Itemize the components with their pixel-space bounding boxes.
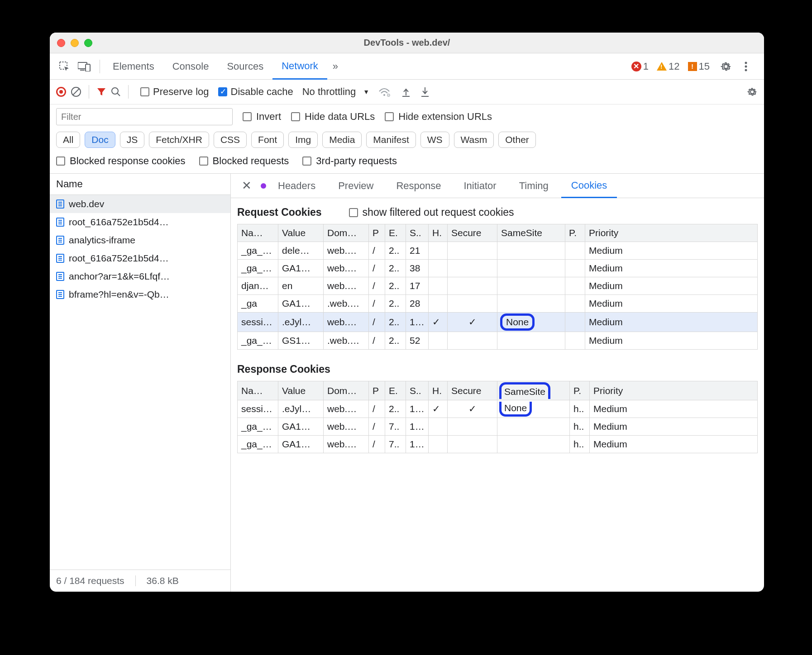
detail-tab-response[interactable]: Response xyxy=(386,174,451,197)
blocked-requests-check[interactable]: Blocked requests xyxy=(199,155,289,167)
cookie-col-header[interactable]: P xyxy=(369,381,385,400)
request-item[interactable]: web.dev xyxy=(50,195,230,213)
cookies-body: Request Cookies show filtered out reques… xyxy=(231,198,764,592)
document-icon xyxy=(56,199,64,209)
devtools-window: DevTools - web.dev/ Elements Console Sou… xyxy=(50,33,764,592)
export-har-icon[interactable] xyxy=(401,86,411,97)
cookie-col-header[interactable]: Na… xyxy=(238,381,278,400)
tab-elements[interactable]: Elements xyxy=(104,54,163,79)
cookie-col-header[interactable]: Dom… xyxy=(324,381,369,400)
hide-extension-urls-check[interactable]: Hide extension URLs xyxy=(385,111,492,123)
cookie-col-header[interactable]: P. xyxy=(570,381,590,400)
tab-network[interactable]: Network xyxy=(272,53,327,80)
transfer-size: 36.8 kB xyxy=(147,575,179,586)
cookie-col-header[interactable]: Priority xyxy=(585,224,758,242)
request-item[interactable]: root_616a752e1b5d4… xyxy=(50,249,230,267)
blocked-cookies-check[interactable]: Blocked response cookies xyxy=(56,155,186,167)
cookie-col-header[interactable]: P. xyxy=(565,224,585,242)
network-settings-icon[interactable] xyxy=(747,86,758,97)
cookie-row[interactable]: _ga_…dele…web.…/2..21Medium xyxy=(238,242,758,260)
detail-tab-timing[interactable]: Timing xyxy=(509,174,559,197)
show-filtered-check[interactable]: show filtered out request cookies xyxy=(349,206,514,218)
tabs-overflow[interactable]: » xyxy=(327,54,344,79)
request-item[interactable]: root_616a752e1b5d4… xyxy=(50,213,230,231)
cookie-col-header[interactable]: Secure xyxy=(448,381,497,400)
cookie-col-header[interactable]: H. xyxy=(429,224,448,242)
type-chip-manifest[interactable]: Manifest xyxy=(366,132,416,148)
close-detail-button[interactable]: ✕ xyxy=(235,179,258,193)
third-party-check[interactable]: 3rd-party requests xyxy=(302,155,397,167)
request-item[interactable]: anchor?ar=1&k=6Lfqf… xyxy=(50,267,230,285)
type-chip-doc[interactable]: Doc xyxy=(85,132,115,148)
type-chip-media[interactable]: Media xyxy=(322,132,362,148)
cookie-row[interactable]: _gaGA1….web.…/2..28Medium xyxy=(238,295,758,313)
cookie-col-header[interactable]: S.. xyxy=(406,381,429,400)
throttling-select[interactable]: No throttling▼ xyxy=(302,86,369,98)
type-chip-img[interactable]: Img xyxy=(288,132,318,148)
svg-text:⚙: ⚙ xyxy=(387,93,390,97)
hide-data-urls-check[interactable]: Hide data URLs xyxy=(291,111,375,123)
request-item[interactable]: bframe?hl=en&v=-Qb… xyxy=(50,285,230,304)
detail-tab-initiator[interactable]: Initiator xyxy=(454,174,506,197)
cookie-col-header[interactable]: E. xyxy=(385,381,406,400)
type-filter-chips: AllDocJSFetch/XHRCSSFontImgMediaManifest… xyxy=(50,129,764,152)
inspect-icon[interactable] xyxy=(56,58,72,75)
invert-check[interactable]: Invert xyxy=(243,111,281,123)
svg-rect-2 xyxy=(80,70,85,71)
device-toggle-icon[interactable] xyxy=(76,58,92,75)
type-chip-all[interactable]: All xyxy=(56,132,80,148)
import-har-icon[interactable] xyxy=(420,86,430,97)
issue-count[interactable]: !15 xyxy=(688,61,710,72)
disable-cache-check[interactable]: Disable cache xyxy=(218,86,293,98)
cookie-row[interactable]: _ga_…GA1…web.…/7..1…h..Medium xyxy=(238,418,758,436)
cookie-col-header[interactable]: Value xyxy=(278,224,324,242)
type-chip-fetch-xhr[interactable]: Fetch/XHR xyxy=(149,132,209,148)
detail-tab-cookies[interactable]: Cookies xyxy=(561,174,617,198)
tab-console[interactable]: Console xyxy=(163,54,218,79)
type-chip-css[interactable]: CSS xyxy=(214,132,247,148)
cookie-col-header[interactable]: Value xyxy=(278,381,324,400)
record-button[interactable] xyxy=(56,87,66,97)
close-window-button[interactable] xyxy=(57,39,65,47)
request-item[interactable]: analytics-iframe xyxy=(50,231,230,249)
type-chip-ws[interactable]: WS xyxy=(420,132,449,148)
network-conditions-icon[interactable]: ⚙ xyxy=(378,87,390,97)
document-icon xyxy=(56,290,64,299)
cookie-row[interactable]: _ga_…GA1…web.…/7..1…h..Medium xyxy=(238,436,758,453)
cookie-row[interactable]: sessi….eJyl…web.…/2..1…✓✓Noneh..Medium xyxy=(238,400,758,418)
more-icon[interactable] xyxy=(738,58,754,75)
cookie-col-header[interactable]: Secure xyxy=(448,224,497,242)
cookie-col-header[interactable]: SameSite xyxy=(497,224,565,242)
warning-count[interactable]: 12 xyxy=(657,61,679,72)
type-chip-other[interactable]: Other xyxy=(498,132,536,148)
cookie-col-header[interactable]: S.. xyxy=(406,224,429,242)
document-icon xyxy=(56,236,64,245)
cookie-col-header[interactable]: E. xyxy=(385,224,406,242)
detail-tab-preview[interactable]: Preview xyxy=(328,174,383,197)
maximize-window-button[interactable] xyxy=(84,39,92,47)
type-chip-js[interactable]: JS xyxy=(120,132,145,148)
settings-icon[interactable] xyxy=(718,58,734,75)
type-chip-font[interactable]: Font xyxy=(251,132,284,148)
error-count[interactable]: ✕1 xyxy=(631,61,649,72)
cookie-row[interactable]: djan…enweb.…/2..17Medium xyxy=(238,277,758,295)
cookie-col-header[interactable]: Na… xyxy=(238,224,278,242)
svg-point-4 xyxy=(745,62,747,64)
cookie-col-header[interactable]: H. xyxy=(429,381,448,400)
cookie-row[interactable]: _ga_…GS1….web.…/2..52Medium xyxy=(238,332,758,350)
detail-tab-headers[interactable]: Headers xyxy=(268,174,325,197)
clear-button[interactable] xyxy=(71,86,81,97)
cookie-col-header[interactable]: Priority xyxy=(590,381,758,400)
preserve-log-check[interactable]: Preserve log xyxy=(140,86,209,98)
cookie-col-header[interactable]: P xyxy=(369,224,385,242)
search-icon[interactable] xyxy=(111,87,121,97)
cookie-col-header[interactable]: Dom… xyxy=(324,224,369,242)
cookie-row[interactable]: sessi….eJyl…web.…/2..1…✓✓NoneMedium xyxy=(238,313,758,332)
filter-icon[interactable] xyxy=(96,87,106,97)
type-chip-wasm[interactable]: Wasm xyxy=(454,132,494,148)
tab-sources[interactable]: Sources xyxy=(218,54,272,79)
minimize-window-button[interactable] xyxy=(71,39,79,47)
cookie-row[interactable]: _ga_…GA1…web.…/2..38Medium xyxy=(238,260,758,277)
filter-input[interactable] xyxy=(56,108,233,125)
cookie-col-header[interactable]: SameSite xyxy=(497,381,570,400)
